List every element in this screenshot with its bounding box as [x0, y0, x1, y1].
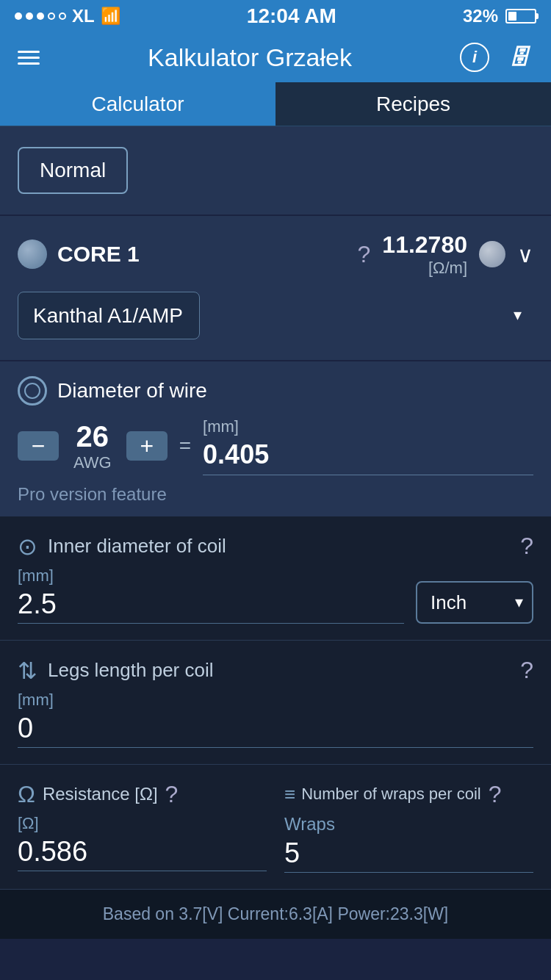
inner-diameter-unit: [mm]: [18, 566, 404, 586]
wraps-col: ≡ Number of wraps per coil ? Wraps 5: [284, 781, 533, 873]
core-section: CORE 1 ? 11.2780 [Ω/m] ∨ Kanthal A1/AMP …: [0, 216, 551, 360]
core-label: CORE 1: [57, 242, 140, 267]
core-right: ? 11.2780 [Ω/m] ∨: [358, 231, 533, 278]
hamburger-line2: [18, 57, 40, 59]
status-left: XL 📶: [15, 6, 120, 26]
diameter-header: Diameter of wire: [18, 376, 533, 406]
resistance-header: Ω Resistance [Ω] ?: [18, 781, 267, 808]
chevron-down-icon[interactable]: ∨: [517, 242, 533, 267]
resistance-unit-label: [Ω]: [18, 814, 267, 833]
tab-bar: Calculator Recipes: [0, 82, 551, 126]
database-button[interactable]: 🗄: [504, 43, 533, 72]
lower-section: ⊙ Inner diameter of coil ? [mm] 2.5 Inch…: [0, 516, 551, 890]
dot5: [59, 12, 66, 20]
core-dot: [479, 241, 505, 267]
carrier-label: XL: [72, 6, 95, 26]
resistance-col: Ω Resistance [Ω] ? [Ω] 0.586: [18, 781, 267, 871]
dot3: [37, 12, 44, 20]
core-indicator: [18, 239, 47, 269]
mode-section: Normal: [0, 126, 551, 215]
wraps-help-icon[interactable]: ?: [489, 781, 502, 808]
legs-value[interactable]: 0: [18, 713, 533, 748]
tab-recipes[interactable]: Recipes: [276, 82, 551, 126]
resistance-display: 11.2780 [Ω/m]: [382, 231, 467, 278]
resistance-title: Resistance [Ω]: [43, 784, 158, 804]
equals-icon: =: [179, 434, 191, 458]
wifi-icon: 📶: [101, 7, 120, 26]
normal-mode-button[interactable]: Normal: [18, 147, 128, 194]
dot1: [15, 12, 22, 20]
resistance-wraps-row: Ω Resistance [Ω] ? [Ω] 0.586 ≡ Number of…: [0, 765, 551, 890]
core-help-icon[interactable]: ?: [358, 241, 371, 268]
wraps-icon: ≡: [284, 783, 294, 806]
header-actions: i 🗄: [460, 43, 533, 72]
resistance-help-icon[interactable]: ?: [165, 781, 179, 808]
legs-title: Legs length per coil: [48, 659, 213, 682]
resistance-unit: [Ω/m]: [382, 259, 467, 278]
clock: 12:04 AM: [247, 4, 336, 28]
wraps-label: Wraps: [284, 814, 533, 835]
awg-decrease-button[interactable]: −: [18, 431, 59, 461]
status-bar: XL 📶 12:04 AM 32%: [0, 0, 551, 32]
inner-diameter-input-row: [mm] 2.5 Inch mm: [18, 566, 533, 624]
wraps-header: ≡ Number of wraps per coil ?: [284, 781, 533, 808]
legs-length-block: ⇅ Legs length per coil ? [mm] 0: [0, 641, 551, 765]
diameter-section: Diameter of wire − 26 AWG + = [mm] 0.405…: [0, 361, 551, 516]
awg-number: 26: [73, 420, 112, 453]
mm-unit: [mm]: [203, 417, 533, 436]
app-title: Kalkulator Grzałek: [148, 43, 352, 72]
inner-diameter-header: ⊙ Inner diameter of coil ?: [18, 533, 533, 561]
hamburger-line3: [18, 62, 40, 65]
awg-value-block: 26 AWG: [73, 420, 112, 472]
battery-fill: [508, 12, 516, 21]
inner-diameter-value[interactable]: 2.5: [18, 588, 404, 624]
inner-diameter-help-icon[interactable]: ?: [520, 533, 533, 560]
core-header: CORE 1 ? 11.2780 [Ω/m] ∨: [18, 231, 533, 278]
dot4: [48, 12, 55, 20]
material-row: Kanthal A1/AMP Kanthal A1 Nichrome 80 SS…: [18, 292, 533, 339]
coil-icon: ⊙: [18, 533, 37, 561]
battery-percent: 32%: [463, 6, 498, 26]
unit-select[interactable]: Inch mm: [416, 581, 533, 624]
diameter-title: Diameter of wire: [57, 379, 207, 403]
status-right: 32%: [463, 6, 536, 26]
awg-increase-button[interactable]: +: [126, 431, 168, 461]
hamburger-line1: [18, 51, 40, 53]
dot2: [26, 12, 33, 20]
info-icon: i: [472, 48, 477, 67]
database-icon: 🗄: [508, 46, 529, 70]
mm-value: 0.405: [203, 439, 533, 475]
inner-diameter-title: Inner diameter of coil: [48, 535, 226, 558]
pro-notice: Pro version feature: [18, 484, 533, 505]
material-select-wrapper: Kanthal A1/AMP Kanthal A1 Nichrome 80 SS…: [18, 292, 533, 339]
inner-diameter-block: ⊙ Inner diameter of coil ? [mm] 2.5 Inch…: [0, 516, 551, 641]
battery-icon: [505, 9, 536, 24]
material-select[interactable]: Kanthal A1/AMP Kanthal A1 Nichrome 80 SS…: [18, 292, 200, 339]
app-header: Kalkulator Grzałek i 🗄: [0, 32, 551, 82]
diameter-icon: [18, 376, 47, 406]
awg-label: AWG: [73, 453, 112, 472]
legs-help-icon[interactable]: ?: [520, 657, 533, 684]
inner-diameter-value-block: [mm] 2.5: [18, 566, 404, 624]
wraps-value: 5: [284, 837, 533, 873]
mm-block: [mm] 0.405: [203, 417, 533, 475]
resistance-value: 0.586: [18, 836, 267, 871]
legs-unit: [mm]: [18, 691, 533, 710]
legs-header-left: ⇅ Legs length per coil: [18, 657, 213, 685]
signal-dots: [15, 12, 66, 20]
awg-row: − 26 AWG + = [mm] 0.405: [18, 417, 533, 475]
inner-diameter-header-left: ⊙ Inner diameter of coil: [18, 533, 226, 561]
menu-button[interactable]: [18, 51, 40, 65]
wraps-title: Number of wraps per coil: [301, 784, 481, 805]
legs-icon: ⇅: [18, 657, 37, 685]
legs-header: ⇅ Legs length per coil ?: [18, 657, 533, 685]
core-left: CORE 1: [18, 239, 140, 269]
tab-calculator[interactable]: Calculator: [0, 82, 276, 126]
resistance-per-meter: 11.2780: [382, 231, 467, 259]
footer-text: Based on 3.7[V] Current:6.3[A] Power:23.…: [103, 904, 448, 923]
footer: Based on 3.7[V] Current:6.3[A] Power:23.…: [0, 890, 551, 939]
unit-select-wrapper: Inch mm: [416, 581, 533, 624]
omega-icon: Ω: [18, 781, 35, 808]
info-button[interactable]: i: [460, 43, 489, 72]
